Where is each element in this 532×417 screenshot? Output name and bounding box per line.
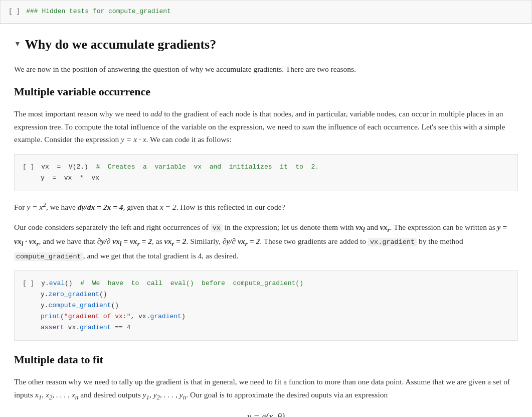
cell-bracket: [ ]	[9, 8, 20, 15]
math-vxr: vxr	[380, 223, 390, 231]
vx-inline-code: vx	[211, 224, 223, 232]
math-y-outputs: y1, y2, . . . , yn	[143, 390, 187, 399]
subsection1-paragraph1: The most important reason why we need to…	[14, 107, 518, 146]
top-code-cell: [ ] ### Hidden tests for compute_gradien…	[0, 0, 532, 24]
math-dy-dvxr: ∂y/∂ vxr = 2	[223, 237, 260, 245]
top-code-comment: ### Hidden tests for compute_gradient	[26, 8, 171, 15]
add-italic: add	[150, 109, 162, 118]
math-dy-dvxl: ∂y/∂ vxl = vxr = 2	[97, 237, 152, 245]
code2-bracket: [ ]	[23, 280, 34, 287]
code2-compute-gradient: y.compute_gradient()	[41, 300, 509, 311]
code2-print: print("gradient of vx:", vx.gradient)	[41, 311, 509, 322]
code-block-2: [ ] y.eval() # We have to call eval() be…	[14, 270, 518, 341]
math-x-eq-2: x = 2	[160, 203, 176, 211]
math-vxl: vxl	[356, 223, 365, 231]
math-y-x2: y = x2	[27, 203, 46, 211]
code1-bracket: [ ]	[23, 163, 34, 171]
collapse-arrow[interactable]: ▼	[14, 39, 21, 50]
math-vxr-eq2: vxr = 2	[164, 237, 187, 245]
section-title: Why do we accumulate gradients?	[25, 34, 216, 55]
code2-line1: [ ] y.eval() # We have to call eval() be…	[23, 278, 509, 289]
math-dy-dx: dy/dx = 2x = 4	[78, 203, 123, 211]
code2-eval: y.	[41, 280, 49, 287]
math-x-inputs: x1, x2, . . . , xn	[35, 390, 79, 399]
subsection-multiple-variable: Multiple variable occurrence The most im…	[14, 83, 518, 341]
math-y-vxl-vxr: y = vxl · vxr	[14, 223, 507, 245]
intro-paragraph: We are now in the position of answering …	[14, 63, 518, 76]
code2-lines: y.zero_gradient() y.compute_gradient() p…	[23, 289, 509, 333]
code2-eval-method: eval	[49, 280, 65, 287]
code2-zero-gradient: y.zero_gradient()	[41, 289, 509, 300]
subsection2-paragraph: The other reason why we need to tally up…	[14, 375, 518, 402]
math-y-eq-xx: y = x · x	[121, 135, 146, 144]
main-section: ▼ Why do we accumulate gradients? We are…	[0, 24, 532, 417]
text-before-add: The most important reason why we need to	[14, 109, 150, 118]
code2-comment: # We have to call eval() before compute_…	[80, 280, 303, 287]
subsection-multiple-data: Multiple data to fit The other reason wh…	[14, 351, 518, 417]
compute-gradient-code: compute_gradient	[14, 252, 83, 261]
vx-gradient-code: vx.gradient	[368, 238, 417, 246]
code1-comment: # Creates a variable vx and initializes …	[96, 163, 319, 171]
subsection1-title: Multiple variable occurrence	[14, 83, 518, 100]
section-header: ▼ Why do we accumulate gradients?	[14, 34, 518, 55]
code1-y-assign: y = vx * vx	[41, 174, 99, 182]
sum-italic: sum	[302, 122, 315, 131]
code-block-1: [ ] vx = V(2.) # Creates a variable vx a…	[14, 154, 518, 191]
subsection2-title: Multiple data to fit	[14, 351, 518, 368]
subsection1-paragraph3: Our code considers separately the left a…	[14, 221, 518, 262]
code1-vx-assign: vx = V(2.)	[41, 163, 96, 171]
subsection1-paragraph2: For y = x2, we have dy/dx = 2x = 4, give…	[14, 199, 518, 214]
math-display-y-eq-extheta: y = e(x, θ)	[14, 409, 518, 417]
code2-assert: assert vx.gradient == 4	[41, 322, 509, 333]
code2-eval-parens: ()	[65, 280, 80, 287]
page-container: [ ] ### Hidden tests for compute_gradien…	[0, 0, 532, 417]
